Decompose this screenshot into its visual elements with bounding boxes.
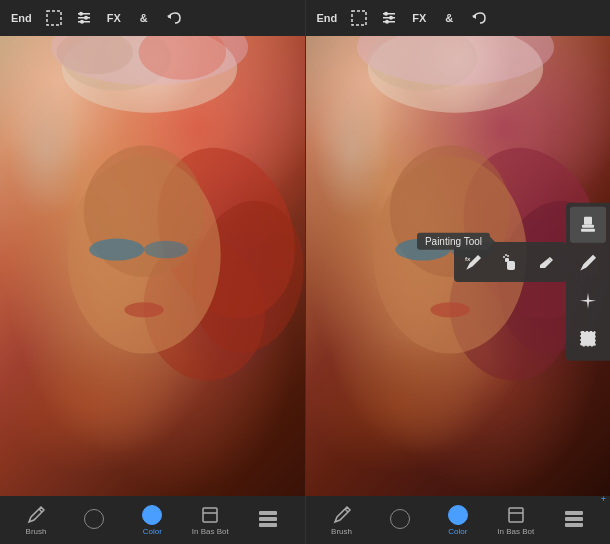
inbas-right[interactable]: In Bas Bot [488, 498, 544, 542]
inbas-left[interactable]: In Bas Bot [182, 498, 238, 542]
svg-point-6 [80, 20, 84, 24]
sparkle-tool-btn[interactable] [570, 283, 606, 319]
right-panel: End FX & [305, 0, 611, 544]
svg-point-28 [389, 16, 393, 20]
blue-circle-right [448, 505, 468, 525]
svg-rect-43 [582, 225, 594, 228]
svg-rect-52 [509, 508, 523, 522]
blend-button-right[interactable]: & [436, 5, 462, 31]
selection-button-left[interactable] [41, 5, 67, 31]
brush-tool-btn[interactable] [570, 245, 606, 281]
svg-point-15 [89, 239, 144, 261]
selection-button-right[interactable] [346, 5, 372, 31]
svg-point-27 [384, 12, 388, 16]
layers-add-icon-right [564, 511, 584, 527]
svg-point-29 [385, 20, 389, 24]
fx-button-right[interactable]: FX [406, 5, 432, 31]
spray-btn[interactable] [494, 246, 526, 278]
inbas-icon-left [200, 505, 220, 525]
svg-rect-23 [352, 11, 366, 25]
blend-button-left[interactable]: & [131, 5, 157, 31]
marquee-icon [578, 329, 598, 349]
sub-tool-panel: fx [454, 242, 566, 282]
inbas-icon-right [506, 505, 526, 525]
undo-button-left[interactable] [161, 5, 187, 31]
svg-point-4 [79, 12, 83, 16]
spray-icon [501, 253, 519, 271]
color-blue-right[interactable]: Color [430, 498, 486, 542]
undo-button-right[interactable] [466, 5, 492, 31]
brush-label-left: Brush [26, 527, 47, 536]
fx-brush-icon: fx [465, 253, 483, 271]
color-gray-right[interactable] [372, 498, 428, 542]
svg-rect-44 [581, 229, 595, 232]
fx-brush-btn[interactable]: fx [458, 246, 490, 278]
end-button-left[interactable]: End [6, 5, 37, 31]
stamp-icon [578, 215, 598, 235]
stamp-tool-btn[interactable] [570, 207, 606, 243]
svg-point-49 [503, 256, 505, 258]
svg-rect-42 [584, 217, 592, 225]
color-blue-label-right: Color [448, 527, 467, 536]
inbas-label-right: In Bas Bot [497, 527, 534, 536]
svg-point-51 [507, 255, 509, 257]
gray-circle-right [390, 509, 410, 529]
svg-rect-21 [203, 508, 217, 522]
layers-left[interactable] [240, 498, 296, 542]
sliders-button-left[interactable] [71, 5, 97, 31]
brush-paint-icon [578, 253, 598, 273]
brush-bottom-left[interactable]: Brush [8, 498, 64, 542]
color-gray-left[interactable] [66, 498, 122, 542]
layers-right[interactable] [546, 498, 602, 542]
color-blue-left[interactable]: Color [124, 498, 180, 542]
svg-rect-45 [581, 332, 595, 346]
left-toolbar-top: End FX & [0, 0, 305, 36]
sparkle-icon [578, 291, 598, 311]
svg-point-5 [84, 16, 88, 20]
svg-point-17 [124, 302, 163, 317]
svg-text:fx: fx [465, 256, 471, 262]
svg-point-16 [144, 241, 188, 259]
left-toolbar-bottom: Brush Color In Bas Bot [0, 496, 305, 544]
right-canvas: Painting Tool [306, 36, 611, 496]
brush-label-right: Brush [331, 527, 352, 536]
svg-marker-30 [472, 14, 476, 19]
inbas-label-left: In Bas Bot [192, 527, 229, 536]
art-svg-left [0, 36, 305, 496]
color-blue-label-left: Color [143, 527, 162, 536]
svg-rect-47 [507, 261, 515, 270]
right-toolbar-top: End FX & [306, 0, 611, 36]
left-canvas [0, 36, 305, 496]
svg-point-50 [505, 254, 507, 256]
main-tool-panel [566, 203, 610, 361]
svg-point-40 [430, 302, 469, 317]
fx-button-left[interactable]: FX [101, 5, 127, 31]
left-panel: End FX & [0, 0, 305, 544]
layers-icon-left [258, 511, 278, 527]
right-toolbar-bottom: Brush Color In Bas Bot [306, 496, 611, 544]
main-container: End FX & [0, 0, 610, 544]
svg-marker-7 [167, 14, 171, 19]
end-button-right[interactable]: End [312, 5, 343, 31]
marquee-tool-btn[interactable] [570, 321, 606, 357]
svg-point-38 [395, 239, 450, 261]
svg-rect-0 [47, 11, 61, 25]
sliders-button-right[interactable] [376, 5, 402, 31]
brush-bottom-right[interactable]: Brush [314, 498, 370, 542]
eraser-btn[interactable] [530, 246, 562, 278]
svg-rect-48 [505, 258, 509, 262]
brush-icon-right [332, 505, 352, 525]
eraser-icon [537, 253, 555, 271]
gray-circle-left [84, 509, 104, 529]
blue-circle-left [142, 505, 162, 525]
